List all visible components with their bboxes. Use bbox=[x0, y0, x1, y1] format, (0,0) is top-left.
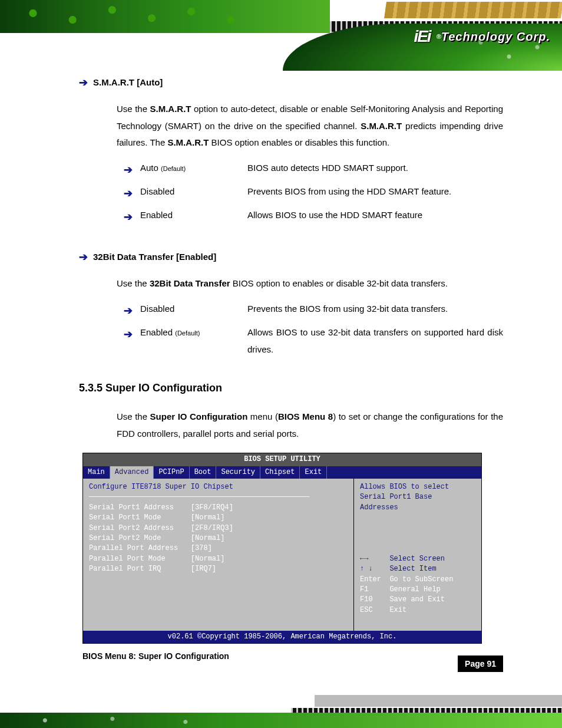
bios-key-hint: ESC Exit bbox=[360, 606, 406, 614]
text: BIOS option to enables or disable 32-bit… bbox=[230, 278, 448, 288]
option-row: ➔ Enabled (Default) Allows BIOS to use 3… bbox=[124, 324, 503, 358]
option-row: ➔ Disabled Prevents BIOS from using the … bbox=[124, 183, 503, 203]
bios-item: Serial Port1 Mode [Normal] bbox=[89, 513, 224, 522]
bios-tab-spacer bbox=[327, 466, 481, 479]
bios-tab: Main bbox=[83, 466, 110, 479]
text-bold: S.M.A.R.T bbox=[167, 137, 209, 147]
smart-title: S.M.A.R.T [Auto] bbox=[93, 74, 163, 91]
bios-key-hint: Enter Go to SubScreen bbox=[360, 575, 453, 584]
text: Use the bbox=[117, 278, 150, 288]
header-pcb-left bbox=[0, 0, 330, 33]
bios-title: BIOS SETUP UTILITY bbox=[83, 453, 481, 466]
bios-item: Serial Port2 Address [2F8/IRQ3] bbox=[89, 524, 233, 532]
arrow-right-icon: ➔ bbox=[79, 73, 93, 93]
smart-paragraph: Use the S.M.A.R.T option to auto-detect,… bbox=[117, 101, 503, 151]
option-name: Disabled bbox=[140, 301, 247, 318]
bios-item: Parallel Port Mode [Normal] bbox=[89, 555, 224, 563]
superio-paragraph: Use the Super IO Configuration menu (BIO… bbox=[117, 409, 503, 442]
option-name: Enabled (Default) bbox=[140, 324, 247, 341]
option-row: ➔ Disabled Prevents the BIOS from using … bbox=[124, 301, 503, 321]
bios-tab-active: Advanced bbox=[110, 466, 154, 479]
footer-banner bbox=[0, 676, 562, 728]
option-name: Auto (Default) bbox=[140, 160, 247, 177]
arrow-right-icon: ➔ bbox=[124, 207, 140, 227]
footer-pcb bbox=[0, 713, 562, 728]
bios-tab: Security bbox=[216, 466, 260, 479]
bios-tab: Chipset bbox=[260, 466, 300, 479]
bios-tab: Exit bbox=[300, 466, 327, 479]
footer-grey-bar bbox=[315, 695, 562, 707]
bios-item: Serial Port1 Address [3F8/IRQ4] bbox=[89, 503, 233, 512]
option-desc: Allows BIOS to use 32-bit data transfers… bbox=[247, 324, 503, 358]
page-body: ➔ S.M.A.R.T [Auto] Use the S.M.A.R.T opt… bbox=[0, 68, 562, 664]
text: menu ( bbox=[247, 411, 278, 421]
bios-main: Configure ITE8718 Super IO Chipset ─────… bbox=[83, 479, 481, 631]
bios-key-hint: ↑ ↓ Select Item bbox=[360, 565, 437, 573]
text: Use the bbox=[117, 104, 150, 114]
option-row: ➔ Auto (Default) BIOS auto detects HDD S… bbox=[124, 160, 503, 180]
bios-right-pane: Allows BIOS to select Serial Port1 Base … bbox=[354, 479, 481, 631]
bios-left-pane: Configure ITE8718 Super IO Chipset ─────… bbox=[83, 479, 354, 631]
option-name: Enabled bbox=[140, 207, 247, 224]
arrow-right-icon: ➔ bbox=[124, 160, 140, 180]
option-desc: Allows BIOS to use the HDD SMART feature bbox=[247, 207, 503, 224]
bit32-title: 32Bit Data Transfer [Enabled] bbox=[93, 249, 216, 266]
bios-tab: PCIPnP bbox=[154, 466, 189, 479]
page-number: Page 91 bbox=[458, 655, 503, 672]
bit32-heading: ➔ 32Bit Data Transfer [Enabled] bbox=[79, 247, 503, 267]
brand-logo: iEi ® Technology Corp. bbox=[414, 27, 550, 46]
text-bold: Super IO Configuration bbox=[150, 411, 248, 421]
text-bold: S.M.A.R.T bbox=[361, 121, 402, 131]
arrow-right-icon: ➔ bbox=[124, 324, 140, 344]
bios-tabs: Main Advanced PCIPnP Boot Security Chips… bbox=[83, 466, 481, 479]
bios-divider: ────────────────────────────────────────… bbox=[89, 493, 309, 501]
bios-key-hint: F1 General Help bbox=[360, 585, 441, 594]
header-banner: iEi ® Technology Corp. bbox=[0, 0, 562, 68]
option-desc: Prevents BIOS from using the HDD SMART f… bbox=[247, 183, 503, 200]
bios-tab: Boot bbox=[190, 466, 217, 479]
option-desc: BIOS auto detects HDD SMART support. bbox=[247, 160, 503, 177]
bios-left-heading: Configure ITE8718 Super IO Chipset bbox=[89, 483, 233, 491]
bios-caption: BIOS Menu 8: Super IO Configuration bbox=[82, 648, 503, 664]
logo-registered: ® bbox=[437, 33, 441, 40]
arrow-right-icon: ➔ bbox=[124, 301, 140, 321]
smart-heading: ➔ S.M.A.R.T [Auto] bbox=[79, 73, 503, 93]
text-bold: S.M.A.R.T bbox=[150, 104, 191, 114]
bit32-paragraph: Use the 32Bit Data Transfer BIOS option … bbox=[117, 275, 503, 292]
arrow-right-icon: ➔ bbox=[79, 247, 93, 267]
bios-help-text: Allows BIOS to select Serial Port1 Base … bbox=[360, 483, 449, 512]
bios-item: Parallel Port Address [378] bbox=[89, 544, 212, 552]
text-bold: BIOS Menu 8 bbox=[278, 411, 333, 421]
bios-key-hint: ←→ Select Screen bbox=[360, 555, 445, 563]
superio-number: 5.3.5 Super IO Configuration bbox=[79, 378, 503, 398]
option-desc: Prevents the BIOS from using 32-bit data… bbox=[247, 301, 503, 318]
option-row: ➔ Enabled Allows BIOS to use the HDD SMA… bbox=[124, 207, 503, 227]
bios-item: Parallel Port IRQ [IRQ7] bbox=[89, 565, 216, 573]
bios-key-hint: F10 Save and Exit bbox=[360, 595, 445, 604]
option-name: Disabled bbox=[140, 183, 247, 200]
bios-screenshot: BIOS SETUP UTILITY Main Advanced PCIPnP … bbox=[82, 453, 482, 644]
logo-brand: iEi bbox=[414, 27, 430, 46]
bios-item: Serial Port2 Mode [Normal] bbox=[89, 534, 224, 542]
bios-footer: v02.61 ©Copyright 1985-2006, American Me… bbox=[83, 631, 481, 643]
logo-text: Technology Corp. bbox=[441, 30, 550, 44]
header-gold-strip bbox=[384, 2, 562, 18]
text: Use the bbox=[117, 411, 150, 421]
text-bold: 32Bit Data Transfer bbox=[150, 278, 230, 288]
text: BIOS option enables or disables this fun… bbox=[209, 137, 389, 147]
arrow-right-icon: ➔ bbox=[124, 183, 140, 203]
